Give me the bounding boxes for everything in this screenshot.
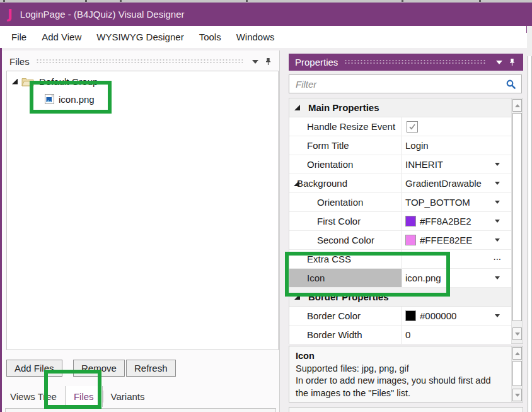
description-body: Supported files: jpg, png, gif In order …: [296, 363, 506, 400]
section-main-properties[interactable]: Main Properties: [289, 98, 511, 117]
property-value[interactable]: 0: [402, 329, 511, 340]
row-form-title[interactable]: Form Title Login: [289, 136, 511, 155]
property-label: Orientation: [289, 193, 402, 211]
property-label: Form Title: [289, 136, 402, 155]
add-files-button[interactable]: Add Files: [6, 360, 62, 377]
files-panel-menu-button[interactable]: [249, 56, 262, 68]
ellipsis-button[interactable]: ...: [493, 251, 501, 262]
arrow-down-icon: [515, 333, 520, 336]
window-title: LoginPage - (B4JQuiz) Visual Designer: [20, 9, 185, 20]
tree-item-label: icon.png: [59, 94, 95, 105]
property-label: Background: [289, 174, 402, 192]
row-second-color[interactable]: Second Color #FFEE82EE: [289, 231, 511, 250]
dropdown-arrow-icon[interactable]: [495, 276, 500, 280]
lower-panel-edge: [5, 408, 276, 412]
chevron-down-icon: [252, 60, 258, 64]
refresh-label: Refresh: [134, 363, 168, 374]
row-orientation[interactable]: Orientation INHERIT: [289, 155, 511, 174]
expander-expanded-icon[interactable]: [294, 105, 300, 110]
row-icon[interactable]: Icon icon.png: [289, 269, 511, 288]
image-file-icon: [45, 94, 54, 104]
tree-item-label: Default Group: [39, 76, 98, 87]
search-icon: [506, 79, 516, 90]
property-label-selected: Icon: [289, 269, 402, 287]
left-dock-tab-bar: Views Tree Files Variants: [2, 386, 280, 407]
menu-add-view[interactable]: Add View: [34, 28, 89, 46]
menu-tools[interactable]: Tools: [192, 28, 229, 46]
properties-panel-pin-button[interactable]: [506, 56, 518, 69]
property-value[interactable]: Login: [402, 140, 511, 151]
header-texture: [344, 59, 487, 65]
dropdown-arrow-icon[interactable]: [495, 182, 500, 185]
row-background-orientation[interactable]: Orientation TOP_BOTTOM: [289, 193, 511, 212]
property-label: Second Color: [289, 231, 402, 249]
row-border-color[interactable]: Border Color #000000: [289, 307, 511, 326]
property-label: Orientation: [289, 155, 402, 174]
property-label: Handle Resize Event: [289, 117, 402, 136]
row-extra-css[interactable]: Extra CSS ...: [289, 250, 511, 269]
files-panel-title: Files: [9, 56, 30, 67]
checkbox-checked[interactable]: [407, 121, 418, 132]
row-border-width[interactable]: Border Width 0: [289, 326, 511, 344]
property-description-panel: Icon Supported files: jpg, png, gif In o…: [289, 346, 523, 403]
add-files-label: Add Files: [14, 363, 54, 374]
color-swatch-border[interactable]: [405, 310, 416, 321]
properties-panel-header: Properties: [289, 54, 523, 71]
tab-views-tree[interactable]: Views Tree: [2, 386, 65, 407]
dropdown-arrow-icon[interactable]: [495, 220, 500, 223]
scroll-down-button[interactable]: [512, 389, 522, 401]
remove-button[interactable]: Remove: [73, 360, 125, 377]
dropdown-arrow-icon[interactable]: [495, 201, 500, 204]
color-swatch-second[interactable]: [405, 235, 416, 245]
menu-bar: File Add View WYSIWYG Designer Tools Win…: [0, 26, 532, 48]
dropdown-arrow-icon[interactable]: [495, 314, 500, 317]
menu-file[interactable]: File: [4, 28, 34, 46]
tab-variants[interactable]: Variants: [103, 386, 153, 407]
section-label: Border Properties: [300, 288, 412, 306]
refresh-button[interactable]: Refresh: [126, 360, 176, 377]
color-swatch-first[interactable]: [405, 216, 416, 227]
menu-windows[interactable]: Windows: [229, 28, 282, 46]
files-tree: Default Group icon.png: [6, 71, 279, 350]
menu-wysiwyg-designer[interactable]: WYSIWYG Designer: [89, 28, 191, 46]
b4j-logo-icon: J: [8, 7, 13, 22]
chevron-down-icon: [496, 61, 502, 64]
expander-expanded-icon[interactable]: [294, 294, 300, 300]
filter-field-wrapper: [289, 74, 522, 93]
tree-item-icon-png[interactable]: icon.png: [7, 91, 278, 107]
tree-item-default-group[interactable]: Default Group: [7, 74, 278, 89]
filter-input[interactable]: [294, 78, 506, 90]
property-label: Border Width: [289, 326, 402, 344]
row-first-color[interactable]: First Color #FF8A2BE2: [289, 212, 511, 231]
tab-label: Views Tree: [10, 391, 57, 402]
scroll-up-button[interactable]: [512, 347, 522, 360]
header-texture: [36, 59, 243, 64]
remove-label: Remove: [81, 363, 117, 374]
row-background[interactable]: Background GradientDrawable: [289, 174, 511, 193]
expander-expanded-icon[interactable]: [12, 79, 18, 85]
tab-files[interactable]: Files: [65, 386, 103, 407]
files-panel-pin-button[interactable]: [262, 56, 274, 68]
description-title: Icon: [296, 350, 506, 363]
description-scrollbar[interactable]: [511, 346, 523, 402]
title-bar: J LoginPage - (B4JQuiz) Visual Designer: [0, 3, 532, 26]
tab-label: Files: [74, 391, 94, 402]
background-text-fragments: [3, 0, 5, 2]
arrow-up-icon: [515, 352, 520, 355]
scroll-thumb[interactable]: [512, 361, 522, 386]
property-grid-scrollbar[interactable]: [511, 98, 523, 343]
background-scrollbar-strip: [527, 26, 532, 412]
properties-panel-menu-button[interactable]: [493, 56, 506, 69]
row-handle-resize-event[interactable]: Handle Resize Event: [289, 117, 511, 136]
scroll-thumb[interactable]: [512, 113, 522, 321]
scroll-up-button[interactable]: [512, 99, 522, 112]
property-value: #000000: [420, 310, 456, 321]
dropdown-arrow-icon[interactable]: [495, 238, 500, 242]
property-value: #FF8A2BE2: [420, 216, 471, 227]
lower-panel-edge: [289, 407, 523, 412]
scroll-down-button[interactable]: [512, 327, 522, 340]
folder-icon: [21, 76, 35, 86]
pin-icon: [509, 58, 516, 66]
section-border-properties[interactable]: Border Properties: [289, 288, 511, 307]
dropdown-arrow-icon[interactable]: [495, 163, 500, 166]
